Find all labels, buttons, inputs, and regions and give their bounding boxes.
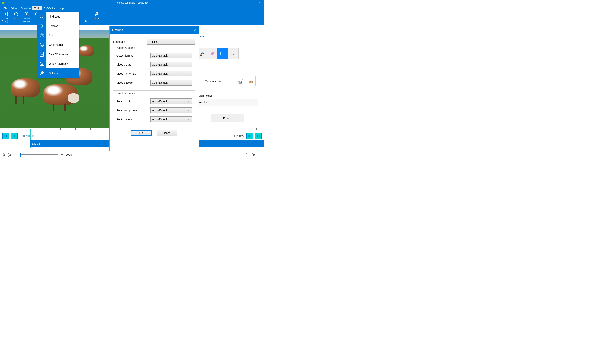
- language-select[interactable]: English ⌄: [147, 39, 195, 45]
- step-forward-button[interactable]: [246, 133, 253, 139]
- chevron-down-icon: ⌄: [188, 81, 190, 84]
- marquee-tool-button[interactable]: [217, 48, 228, 59]
- zoom-normal-button[interactable]: 1 Zoom normal: [22, 12, 31, 23]
- menu-selection[interactable]: Selection: [19, 6, 32, 10]
- window-title: Remove Logo Now! - Cows.mp4: [116, 1, 148, 4]
- minimize-button[interactable]: ─: [238, 0, 247, 6]
- svg-rect-29: [9, 154, 11, 156]
- chevron-down-icon: ⌄: [188, 100, 190, 103]
- facebook-icon[interactable]: f: [246, 153, 250, 157]
- zoom-actual-icon[interactable]: 1: [2, 153, 6, 157]
- toolbar-options-button[interactable]: Options: [92, 12, 101, 23]
- goto-start-button[interactable]: [2, 133, 9, 139]
- menu-softorbits[interactable]: SoftOrbits: [42, 6, 57, 10]
- zoom-in-plus[interactable]: +: [60, 153, 64, 157]
- dropdown-item-load-watermark[interactable]: WLoad Watermark: [37, 59, 79, 68]
- parallelogram-tool-button[interactable]: [207, 48, 217, 59]
- parallelogram-icon: [210, 52, 215, 56]
- lasso-tool-button[interactable]: [228, 48, 238, 59]
- close-button[interactable]: ✕: [255, 0, 264, 6]
- svg-rect-24: [240, 81, 241, 82]
- menu-help[interactable]: Help: [57, 6, 66, 10]
- audio-options-group: Audio Options Audio bitrateAuto (Default…: [113, 94, 195, 127]
- search-icon: [37, 12, 46, 21]
- zoom-in-button[interactable]: Zoom in: [12, 12, 21, 23]
- ok-button[interactable]: OK: [131, 130, 152, 136]
- audio-opt-select-1[interactable]: Auto (Default)⌄: [150, 107, 192, 113]
- video-opt-select-2[interactable]: Auto (Default)⌄: [150, 71, 192, 77]
- audio-opt-select-0[interactable]: Auto (Default)⌄: [150, 98, 192, 104]
- zoom-out-minus[interactable]: −: [14, 153, 18, 157]
- tools-dropdown-menu: Find LogoRemoveStopWatermarksWSave Water…: [37, 12, 79, 78]
- svg-point-15: [40, 34, 44, 37]
- wrench-icon: [37, 68, 46, 78]
- copyright-icon: [37, 40, 46, 50]
- load-selection-button[interactable]: [246, 76, 256, 86]
- browse-button[interactable]: Browse: [211, 114, 244, 122]
- maximize-button[interactable]: ▢: [247, 0, 255, 6]
- dropdown-item-watermarks[interactable]: Watermarks: [37, 40, 79, 50]
- wrench-icon: [94, 12, 99, 17]
- fit-screen-icon[interactable]: [8, 153, 12, 157]
- app-icon: [1, 1, 5, 4]
- menubar: FileViewSelectionToolsSoftOrbitsHelp: [0, 6, 264, 11]
- save-selection-icon: [238, 79, 243, 84]
- twitter-icon[interactable]: [252, 153, 256, 157]
- dropdown-item-find-logo[interactable]: Find Logo: [37, 12, 79, 21]
- svg-text:1: 1: [26, 13, 27, 15]
- save-selection-button[interactable]: [236, 76, 245, 86]
- eraser-icon: [199, 51, 204, 56]
- zoom-1-icon: 1: [24, 12, 29, 17]
- audio-opt-select-2[interactable]: Auto (Default)⌄: [150, 117, 192, 122]
- svg-rect-16: [41, 35, 43, 36]
- chevron-down-icon: ⌄: [188, 118, 190, 121]
- video-opt-label-2: Video frame rate: [117, 72, 150, 75]
- window-titlebar: Remove Logo Now! - Cows.mp4 ─ ▢ ✕: [0, 0, 264, 6]
- step-back-button[interactable]: [11, 133, 18, 139]
- dropdown-item-remove[interactable]: Remove: [37, 21, 79, 31]
- svg-text:1: 1: [3, 154, 4, 156]
- video-opt-label-0: Output format: [117, 54, 150, 57]
- add-files-button[interactable]: Add File(s)...: [1, 12, 10, 23]
- video-opt-select-0[interactable]: Auto (Default)⌄: [150, 53, 192, 58]
- chevron-down-icon: ⌄: [188, 63, 190, 66]
- video-opt-select-1[interactable]: Auto (Default)⌄: [150, 62, 192, 67]
- svg-text:W: W: [41, 53, 43, 56]
- selection-toolstrip: [196, 48, 239, 59]
- load-selection-icon: [248, 79, 253, 84]
- right-panel-close[interactable]: ✕: [258, 35, 260, 39]
- menu-view[interactable]: View: [10, 6, 19, 10]
- svg-line-8: [27, 15, 29, 16]
- menu-tools[interactable]: Tools: [32, 6, 42, 10]
- youtube-icon[interactable]: [258, 153, 262, 157]
- svg-line-4: [17, 15, 18, 16]
- menu-file[interactable]: File: [2, 6, 10, 10]
- dropdown-item-options[interactable]: Options: [37, 68, 79, 78]
- destination-folder-path: Results: [196, 99, 258, 106]
- options-dialog: Options ✕ Language English ⌄ Video Optio…: [109, 26, 199, 151]
- language-label: Language: [113, 40, 147, 43]
- section-divider: [196, 92, 258, 92]
- chevron-down-icon: ⌄: [191, 40, 193, 43]
- zoom-slider[interactable]: [20, 155, 58, 155]
- options-dialog-close[interactable]: ✕: [194, 28, 197, 31]
- options-dialog-titlebar[interactable]: Options ✕: [109, 26, 199, 34]
- video-opt-select-3[interactable]: Auto (Default)⌄: [150, 80, 192, 86]
- doc-w-icon: W: [37, 50, 46, 59]
- goto-end-button[interactable]: [255, 133, 262, 139]
- cancel-button[interactable]: Cancel: [157, 130, 177, 136]
- audio-opt-label-1: Audio sample rate: [117, 109, 150, 112]
- svg-point-13: [40, 15, 43, 18]
- clear-selection-button[interactable]: Clear selection: [196, 76, 231, 86]
- dropdown-item-save-watermark[interactable]: WSave Watermark: [37, 50, 79, 59]
- stop-icon: [37, 31, 46, 40]
- video-opt-label-3: Video encoder: [117, 81, 150, 84]
- marquee-icon: [220, 52, 225, 56]
- timeline-end-time: 00:00:22: [234, 134, 245, 138]
- zoom-in-icon: [13, 12, 19, 17]
- audio-opt-label-0: Audio bitrate: [117, 100, 150, 103]
- add-file-icon: [3, 12, 8, 17]
- lasso-icon: [231, 51, 236, 56]
- dropdown-item-stop: Stop: [37, 31, 79, 40]
- chevron-down-icon: ⌄: [188, 54, 190, 57]
